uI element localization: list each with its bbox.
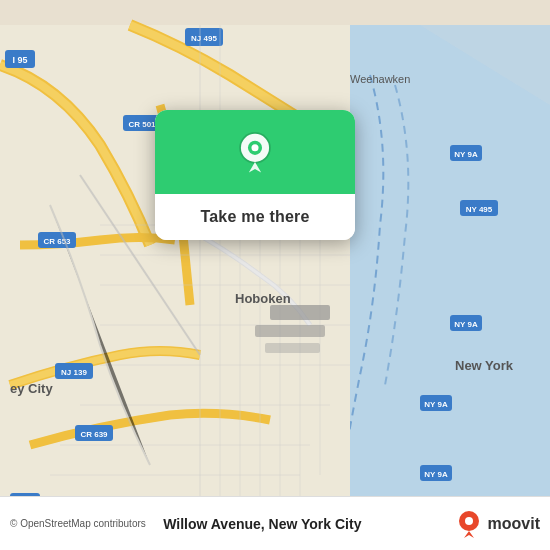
popup-green-area	[155, 110, 355, 194]
svg-rect-43	[270, 305, 330, 320]
svg-text:NJ 139: NJ 139	[61, 368, 87, 377]
svg-text:NY 9A: NY 9A	[454, 150, 478, 159]
svg-text:NY 9A: NY 9A	[424, 470, 448, 479]
svg-text:CR 639: CR 639	[80, 430, 108, 439]
svg-point-55	[465, 517, 473, 525]
osm-attribution: © OpenStreetMap contributors	[10, 518, 157, 529]
svg-text:New York: New York	[455, 358, 514, 373]
moovit-pin-icon	[458, 510, 480, 538]
map-svg: I 95 NJ 495 NJ 139 CR 501 CR 653 CR 639 …	[0, 0, 550, 550]
popup-card: Take me there	[155, 110, 355, 240]
moovit-brand-text: moovit	[488, 515, 540, 533]
svg-text:I 95: I 95	[12, 55, 27, 65]
svg-text:NY 9A: NY 9A	[424, 400, 448, 409]
take-me-there-button[interactable]: Take me there	[155, 194, 355, 240]
svg-rect-45	[265, 343, 320, 353]
svg-text:ey City: ey City	[10, 381, 53, 396]
svg-text:NY 495: NY 495	[466, 205, 493, 214]
svg-text:Hoboken: Hoboken	[235, 291, 291, 306]
svg-text:CR 501: CR 501	[128, 120, 156, 129]
svg-text:Weehawken: Weehawken	[350, 73, 410, 85]
svg-point-53	[251, 144, 258, 151]
location-label: Willow Avenue, New York City	[163, 516, 457, 532]
svg-rect-44	[255, 325, 325, 337]
svg-text:NJ 495: NJ 495	[191, 34, 217, 43]
bottom-bar: © OpenStreetMap contributors Willow Aven…	[0, 496, 550, 550]
location-pin-icon	[233, 132, 277, 176]
svg-text:NY 9A: NY 9A	[454, 320, 478, 329]
moovit-logo: moovit	[458, 510, 540, 538]
map-container: I 95 NJ 495 NJ 139 CR 501 CR 653 CR 639 …	[0, 0, 550, 550]
